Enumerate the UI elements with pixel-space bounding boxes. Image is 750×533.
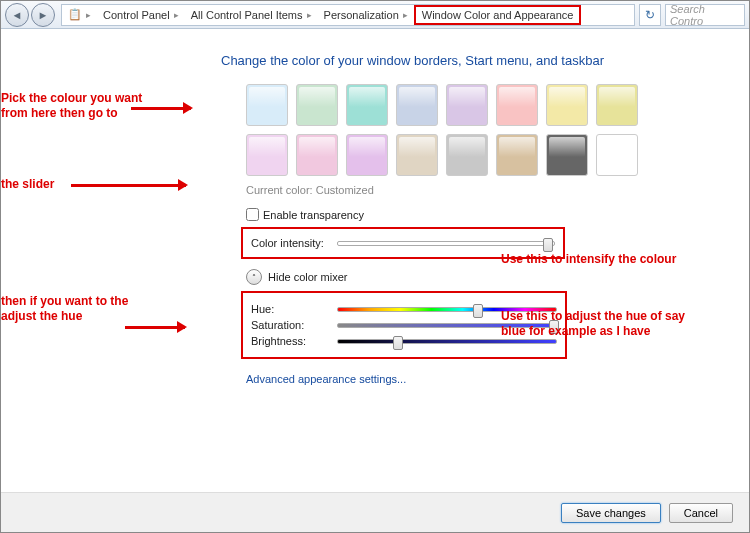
color-swatch[interactable] <box>546 134 588 176</box>
chevron-up-icon: ˄ <box>246 269 262 285</box>
color-swatch[interactable] <box>446 134 488 176</box>
annotation-slider: the slider <box>1 177 54 192</box>
color-swatch[interactable] <box>496 84 538 126</box>
color-swatch[interactable] <box>396 134 438 176</box>
back-button[interactable]: ◄ <box>5 3 29 27</box>
hide-color-mixer-toggle[interactable]: ˄ Hide color mixer <box>246 269 709 285</box>
folder-icon: 📋▸ <box>62 8 97 21</box>
annotation-intensify: Use this to intensify the colour <box>501 252 676 267</box>
refresh-button[interactable]: ↻ <box>639 4 661 26</box>
page-title: Change the color of your window borders,… <box>221 53 709 68</box>
crumb-all-items[interactable]: All Control Panel Items▸ <box>185 9 318 21</box>
annotation-hue-blue: Use this to adjust the hue of say blue f… <box>501 309 701 339</box>
advanced-appearance-link[interactable]: Advanced appearance settings... <box>246 373 709 385</box>
arrow-icon <box>131 107 191 110</box>
color-swatch[interactable] <box>546 84 588 126</box>
color-swatch[interactable] <box>346 134 388 176</box>
annotation-pick-color: Pick the colour you want from here then … <box>1 91 156 121</box>
color-swatch[interactable] <box>296 84 338 126</box>
enable-transparency-checkbox[interactable]: Enable transparency <box>246 208 709 221</box>
color-swatch[interactable] <box>296 134 338 176</box>
save-button[interactable]: Save changes <box>561 503 661 523</box>
arrow-icon <box>125 326 185 329</box>
crumb-personalization[interactable]: Personalization▸ <box>318 9 414 21</box>
button-bar: Save changes Cancel <box>1 492 749 532</box>
hue-label: Hue: <box>251 303 331 315</box>
color-swatch[interactable] <box>446 84 488 126</box>
crumb-window-color[interactable]: Window Color and Appearance <box>414 5 582 25</box>
saturation-label: Saturation: <box>251 319 331 331</box>
current-color-label: Current color: Customized <box>246 184 709 196</box>
annotation-adjust-hue: then if you want to the adjust the hue <box>1 294 166 324</box>
arrow-icon <box>71 184 186 187</box>
color-swatch[interactable] <box>596 84 638 126</box>
intensity-label: Color intensity: <box>251 237 331 249</box>
color-swatch[interactable] <box>496 134 538 176</box>
color-swatch[interactable] <box>246 134 288 176</box>
search-input[interactable]: Search Contro <box>665 4 745 26</box>
color-swatch[interactable] <box>596 134 638 176</box>
cancel-button[interactable]: Cancel <box>669 503 733 523</box>
address-bar: ◄ ► 📋▸ Control Panel▸ All Control Panel … <box>1 1 749 29</box>
color-swatch-grid <box>246 84 686 176</box>
breadcrumb[interactable]: 📋▸ Control Panel▸ All Control Panel Item… <box>61 4 635 26</box>
crumb-control-panel[interactable]: Control Panel▸ <box>97 9 185 21</box>
forward-button[interactable]: ► <box>31 3 55 27</box>
color-swatch[interactable] <box>396 84 438 126</box>
intensity-slider[interactable] <box>337 241 555 246</box>
color-swatch[interactable] <box>346 84 388 126</box>
transparency-checkbox[interactable] <box>246 208 259 221</box>
brightness-slider[interactable] <box>337 339 557 344</box>
color-swatch[interactable] <box>246 84 288 126</box>
brightness-label: Brightness: <box>251 335 331 347</box>
